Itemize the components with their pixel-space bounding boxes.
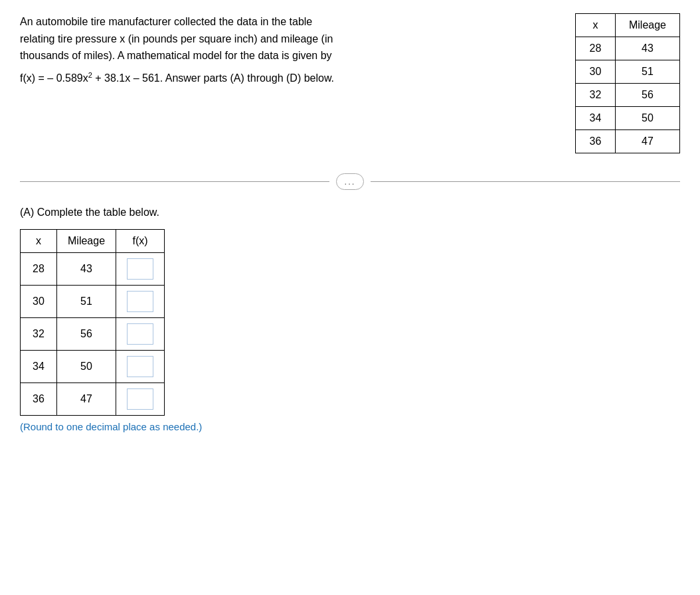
table-row: 30 51 [575, 60, 679, 84]
complete-x-cell: 28 [21, 253, 57, 286]
complete-fx-cell[interactable] [116, 351, 165, 383]
ref-x-cell: 28 [575, 37, 615, 60]
fx-input-2[interactable] [127, 323, 153, 345]
complete-table: x Mileage f(x) 28 43 30 51 32 56 34 50 3… [20, 229, 165, 416]
table-row: 36 47 [575, 130, 679, 153]
divider-line-right [371, 181, 680, 182]
table-row: 34 50 [21, 351, 165, 383]
divider: ... [20, 173, 680, 190]
ref-mileage-cell: 47 [615, 130, 679, 153]
complete-mileage-cell: 47 [57, 383, 116, 416]
ref-x-cell: 34 [575, 107, 615, 130]
table-row: 34 50 [575, 107, 679, 130]
part-a-label: (A) Complete the table below. [20, 207, 680, 218]
ref-table-header-x: x [575, 14, 615, 37]
complete-fx-cell[interactable] [116, 286, 165, 318]
complete-table-header-x: x [21, 230, 57, 253]
complete-table-header-mileage: Mileage [57, 230, 116, 253]
table-row: 28 43 [575, 37, 679, 60]
table-row: 28 43 [21, 253, 165, 286]
complete-mileage-cell: 43 [57, 253, 116, 286]
ref-table-header-mileage: Mileage [615, 14, 679, 37]
ref-x-cell: 30 [575, 60, 615, 84]
complete-x-cell: 32 [21, 318, 57, 351]
description-text: An automobile tire manufacturer collecte… [20, 13, 334, 64]
complete-x-cell: 34 [21, 351, 57, 383]
complete-x-cell: 36 [21, 383, 57, 416]
complete-fx-cell[interactable] [116, 318, 165, 351]
divider-line-left [20, 181, 329, 182]
fx-input-3[interactable] [127, 356, 153, 377]
complete-table-header-fx: f(x) [116, 230, 165, 253]
table-row: 30 51 [21, 286, 165, 318]
fx-input-4[interactable] [127, 388, 153, 410]
complete-fx-cell[interactable] [116, 383, 165, 416]
expand-button[interactable]: ... [336, 173, 365, 190]
fx-input-0[interactable] [127, 258, 153, 280]
complete-mileage-cell: 56 [57, 318, 116, 351]
formula-text: f(x) = – 0.589x2 + 38.1x – 561. Answer p… [20, 70, 334, 87]
ref-mileage-cell: 50 [615, 107, 679, 130]
fx-input-1[interactable] [127, 291, 153, 312]
ref-x-cell: 32 [575, 84, 615, 107]
ref-x-cell: 36 [575, 130, 615, 153]
round-note: (Round to one decimal place as needed.) [20, 421, 680, 432]
complete-x-cell: 30 [21, 286, 57, 318]
part-a-section: (A) Complete the table below. x Mileage … [20, 207, 680, 432]
top-section: An automobile tire manufacturer collecte… [20, 13, 680, 153]
complete-mileage-cell: 51 [57, 286, 116, 318]
ref-mileage-cell: 43 [615, 37, 679, 60]
ref-mileage-cell: 51 [615, 60, 679, 84]
ref-mileage-cell: 56 [615, 84, 679, 107]
reference-table: x Mileage 28 43 30 51 32 56 34 50 36 47 [575, 13, 680, 153]
complete-fx-cell[interactable] [116, 253, 165, 286]
problem-description: An automobile tire manufacturer collecte… [20, 13, 334, 87]
table-row: 32 56 [575, 84, 679, 107]
table-row: 32 56 [21, 318, 165, 351]
complete-mileage-cell: 50 [57, 351, 116, 383]
table-row: 36 47 [21, 383, 165, 416]
